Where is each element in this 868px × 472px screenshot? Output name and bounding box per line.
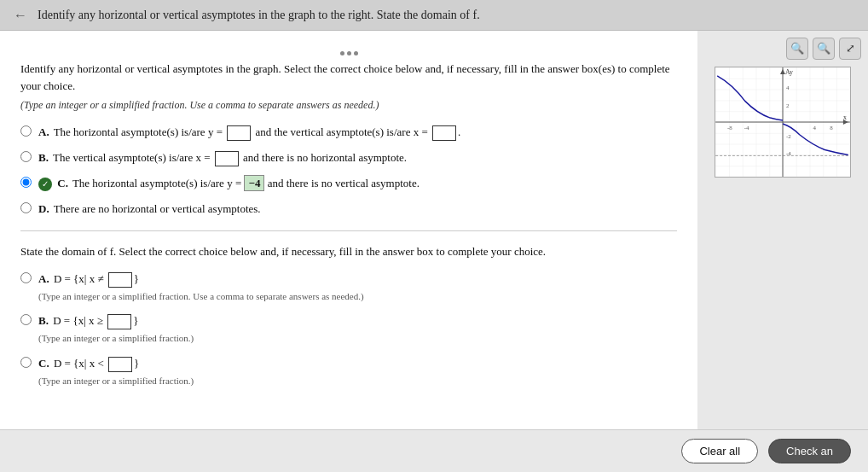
zoom-icon-btn[interactable]: 🔍 [813, 38, 835, 60]
choice-a-text: A. The horizontal asymptote(s) is/are y … [38, 124, 460, 141]
clear-all-button[interactable]: Clear all [681, 439, 758, 463]
choice-c-radio[interactable] [20, 177, 32, 188]
domain-choice-a-row: A. D = {x| x ≠ } (Type an integer or a s… [20, 271, 677, 305]
search-icon: 🔍 [790, 42, 804, 55]
svg-text:-2: -2 [786, 133, 791, 139]
domain-c-box[interactable] [108, 357, 132, 372]
choice-a-box2[interactable] [432, 125, 456, 141]
svg-text:2: 2 [786, 102, 790, 108]
asymptote-choices: A. The horizontal asymptote(s) is/are y … [20, 124, 677, 217]
choice-c-value: −4 [244, 175, 264, 191]
svg-text:-8: -8 [727, 125, 732, 131]
domain-a-note: (Type an integer or a simplified fractio… [38, 291, 364, 301]
right-panel: 🔍 🔍 ⤢ Ay [697, 31, 868, 465]
check-answer-button[interactable]: Check an [768, 439, 851, 463]
choice-c-text: ✓ C. The horizontal asymptote(s) is/are … [38, 175, 420, 192]
graph-container: Ay x -4 4 -8 8 4 2 -2 -4 [715, 67, 851, 178]
expand-icon-btn[interactable]: ⤢ [839, 38, 861, 60]
section-divider [20, 230, 677, 231]
domain-choice-c-label: C. [38, 357, 49, 370]
domain-question-text: State the domain of f. Select the correc… [20, 243, 677, 260]
domain-b-box[interactable] [107, 314, 131, 329]
choice-b-radio[interactable] [20, 151, 32, 162]
svg-text:8: 8 [830, 125, 833, 131]
main-content: Identify any horizontal or vertical asym… [0, 31, 868, 465]
domain-choice-b-radio[interactable] [20, 314, 32, 325]
main-instruction: (Type an integer or a simplified fractio… [20, 99, 677, 112]
svg-text:4: 4 [786, 84, 790, 90]
choice-b-text: B. The vertical asymptote(s) is/are x = … [38, 149, 407, 166]
back-arrow[interactable]: ← [14, 8, 27, 23]
checkmark-icon: ✓ [38, 178, 52, 191]
search-icon-btn[interactable]: 🔍 [786, 38, 808, 60]
domain-choice-b-label: B. [38, 314, 49, 327]
domain-b-note: (Type an integer or a simplified fractio… [38, 333, 194, 343]
domain-choice-b-row: B. D = {x| x ≥ } (Type an integer or a s… [20, 312, 677, 347]
dot-1 [340, 51, 344, 55]
zoom-icon: 🔍 [817, 42, 830, 55]
top-bar: ← Identify any horizontal or vertical as… [0, 0, 868, 31]
top-question: Identify any horizontal or vertical asym… [38, 9, 480, 22]
domain-choice-c-row: C. D = {x| x < } (Type an integer or a s… [20, 355, 677, 389]
left-panel: Identify any horizontal or vertical asym… [0, 31, 697, 465]
graph-svg: Ay x -4 4 -8 8 4 2 -2 -4 [715, 67, 850, 177]
domain-choice-a-label: A. [38, 272, 49, 285]
domain-choice-c-radio[interactable] [20, 357, 32, 368]
svg-text:4: 4 [813, 125, 816, 131]
domain-c-note: (Type an integer or a simplified fractio… [38, 376, 194, 386]
domain-section: State the domain of f. Select the correc… [20, 243, 677, 388]
choice-c-row: ✓ C. The horizontal asymptote(s) is/are … [20, 175, 677, 192]
domain-choice-a-radio[interactable] [20, 272, 32, 283]
bottom-bar: Clear all Check an [0, 429, 868, 472]
choice-b-row: B. The vertical asymptote(s) is/are x = … [20, 149, 677, 166]
choice-d-text: D. There are no horizontal or vertical a… [38, 201, 261, 218]
choice-b-label: B. [38, 151, 49, 164]
dot-2 [347, 51, 351, 55]
choice-d-radio[interactable] [20, 202, 32, 213]
choice-d-row: D. There are no horizontal or vertical a… [20, 201, 677, 218]
domain-a-box[interactable] [108, 272, 132, 288]
choice-a-label: A. [38, 125, 49, 138]
dot-3 [354, 51, 358, 55]
domain-choice-a-text: A. D = {x| x ≠ } (Type an integer or a s… [38, 271, 364, 305]
svg-text:-4: -4 [744, 125, 749, 131]
choice-b-box1[interactable] [215, 151, 239, 166]
svg-text:Ay: Ay [785, 68, 793, 76]
main-question-text: Identify any horizontal or vertical asym… [20, 61, 677, 94]
choice-a-row: A. The horizontal asymptote(s) is/are y … [20, 124, 677, 141]
domain-choice-b-text: B. D = {x| x ≥ } (Type an integer or a s… [38, 312, 194, 347]
expand-icon: ⤢ [846, 42, 855, 55]
dots [340, 51, 358, 55]
choice-d-label: D. [38, 202, 49, 215]
domain-choice-c-text: C. D = {x| x < } (Type an integer or a s… [38, 355, 194, 389]
choice-a-radio[interactable] [20, 125, 32, 137]
choice-a-box1[interactable] [227, 125, 251, 141]
dots-row [20, 46, 677, 61]
choice-c-label: C. [57, 177, 68, 189]
